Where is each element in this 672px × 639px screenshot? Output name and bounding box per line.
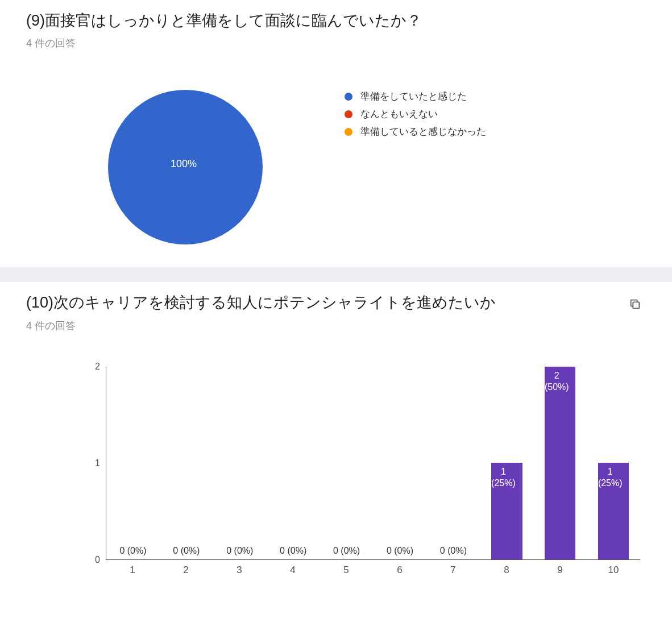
bar-value-label: 0 (0%) bbox=[387, 546, 413, 556]
x-tick: 5 bbox=[320, 560, 373, 576]
bar-value-label: 1(25%) bbox=[598, 466, 623, 489]
question-9-title: (9)面接官はしっかりと準備をして面談に臨んでいたか？ bbox=[26, 10, 422, 31]
x-axis: 12345678910 bbox=[106, 560, 640, 576]
legend-label: 準備をしていたと感じた bbox=[360, 90, 467, 103]
x-tick: 10 bbox=[587, 560, 640, 576]
question-9-chart-area: 100% 準備をしていたと感じた なんともいえない 準備していると感じなかった bbox=[26, 90, 646, 244]
question-10-section: (10)次のキャリアを検討する知人にポテンシャライトを進めたいか 4 件の回答 … bbox=[0, 282, 672, 581]
bar: 2(50%) bbox=[545, 367, 575, 559]
bar-value-label: 0 (0%) bbox=[440, 546, 467, 556]
bar: 1(25%) bbox=[491, 463, 522, 559]
legend-dot-icon bbox=[345, 128, 352, 136]
x-tick: 3 bbox=[213, 560, 266, 576]
question-10-responses: 4 件の回答 bbox=[26, 319, 496, 333]
x-tick: 1 bbox=[106, 560, 159, 576]
bar-value-label: 1(25%) bbox=[491, 466, 516, 489]
bar-value-label: 0 (0%) bbox=[173, 546, 200, 556]
legend-item[interactable]: 準備していると感じなかった bbox=[345, 125, 486, 138]
x-tick: 9 bbox=[533, 560, 587, 576]
x-tick: 7 bbox=[426, 560, 480, 576]
legend-dot-icon bbox=[345, 93, 352, 101]
legend-label: 準備していると感じなかった bbox=[360, 125, 486, 138]
x-tick: 8 bbox=[480, 560, 533, 576]
bar-plot[interactable]: 0 (0%)0 (0%)0 (0%)0 (0%)0 (0%)0 (0%)0 (0… bbox=[106, 367, 640, 560]
bar-column[interactable]: 0 (0%) bbox=[213, 367, 267, 559]
bar-value-label: 0 (0%) bbox=[226, 546, 253, 556]
question-10-chart-area: 0 1 2 0 (0%)0 (0%)0 (0%)0 (0%)0 (0%)0 (0… bbox=[83, 367, 640, 576]
bar-column[interactable]: 1(25%) bbox=[587, 367, 640, 559]
legend-dot-icon bbox=[345, 110, 352, 118]
y-tick: 0 bbox=[95, 555, 100, 565]
section-divider bbox=[0, 267, 672, 282]
x-tick: 4 bbox=[266, 560, 320, 576]
x-tick: 6 bbox=[373, 560, 426, 576]
y-axis: 0 1 2 bbox=[83, 367, 106, 560]
copy-icon bbox=[629, 298, 641, 310]
bar-column[interactable]: 0 (0%) bbox=[374, 367, 427, 559]
question-9-section: (9)面接官はしっかりと準備をして面談に臨んでいたか？ 4 件の回答 100% … bbox=[0, 0, 672, 267]
bar-column[interactable]: 0 (0%) bbox=[426, 367, 480, 559]
svg-rect-0 bbox=[633, 302, 639, 309]
legend-item[interactable]: なんともいえない bbox=[345, 107, 486, 121]
bar-value-label: 0 (0%) bbox=[119, 546, 146, 556]
bar-value-label: 0 (0%) bbox=[280, 546, 306, 556]
legend-label: なんともいえない bbox=[360, 107, 438, 121]
legend-item[interactable]: 準備をしていたと感じた bbox=[345, 90, 486, 103]
y-tick: 1 bbox=[95, 458, 100, 468]
y-tick: 2 bbox=[95, 362, 100, 372]
bar-column[interactable]: 0 (0%) bbox=[267, 367, 320, 559]
bar-value-label: 2(50%) bbox=[545, 370, 569, 393]
bar-column[interactable]: 0 (0%) bbox=[106, 367, 160, 559]
x-tick: 2 bbox=[159, 560, 213, 576]
bar-column[interactable]: 0 (0%) bbox=[160, 367, 213, 559]
pie-chart[interactable]: 100% bbox=[108, 90, 263, 244]
question-10-title: (10)次のキャリアを検討する知人にポテンシャライトを進めたいか bbox=[26, 292, 496, 313]
bar: 1(25%) bbox=[598, 463, 629, 559]
bar-column[interactable]: 0 (0%) bbox=[320, 367, 374, 559]
bar-column[interactable]: 2(50%) bbox=[533, 367, 587, 559]
bar-column[interactable]: 1(25%) bbox=[480, 367, 533, 559]
bar-value-label: 0 (0%) bbox=[333, 546, 360, 556]
pie-legend: 準備をしていたと感じた なんともいえない 準備していると感じなかった bbox=[345, 90, 486, 143]
question-9-responses: 4 件の回答 bbox=[26, 36, 422, 50]
pie-slice-label: 100% bbox=[171, 158, 197, 170]
copy-button[interactable] bbox=[624, 293, 646, 315]
